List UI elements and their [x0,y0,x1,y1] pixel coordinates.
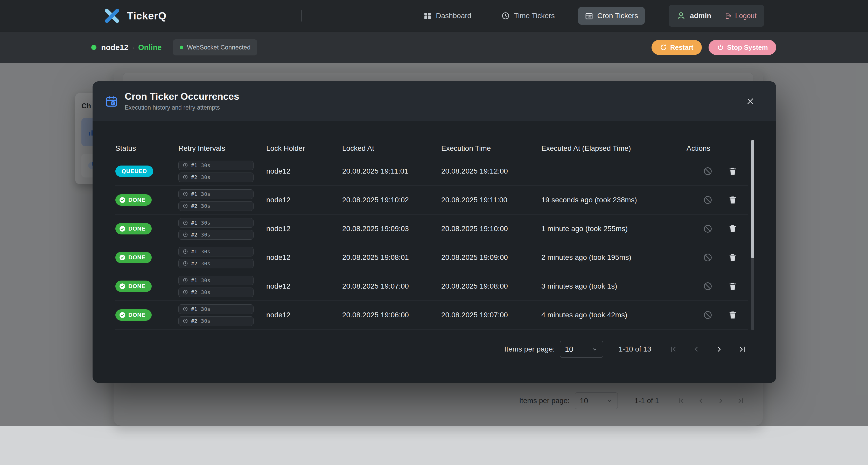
clock-icon [183,290,188,295]
execution-time-cell: 20.08.2025 19:07:00 [441,311,541,319]
status-badge: DONE [115,280,152,292]
nav-divider [301,10,302,22]
close-modal-button[interactable] [744,95,757,108]
retry-interval-chip: #130s [178,276,253,285]
last-page-icon [738,345,746,354]
cancel-occurrence-icon[interactable] [702,252,713,263]
col-status: Status [115,144,178,153]
node-online-dot [91,45,96,50]
nav-time-tickers[interactable]: Time Tickers [495,7,562,25]
table-row: DONE #130s #230s node12 20.08.2025 19:09… [115,214,748,243]
clock-icon [183,203,188,208]
col-retry: Retry Intervals [178,144,266,153]
power-icon [717,44,724,51]
delete-occurrence-icon[interactable] [727,252,738,263]
retry-interval-chip: #230s [178,288,253,297]
nav-cron-tickers[interactable]: Cron Tickers [578,7,645,25]
check-circle-icon [119,254,126,261]
table-scrollbar-track[interactable] [751,140,754,330]
dashboard-icon [423,12,432,20]
logout-button[interactable]: Logout [724,12,756,20]
cancel-occurrence-icon[interactable] [702,309,713,321]
top-nav: TickerQ Dashboard Time Tickers [0,0,868,32]
calendar-clock-icon [585,12,593,20]
delete-occurrence-icon[interactable] [727,280,738,292]
check-circle-icon [119,197,126,203]
app-title: TickerQ [127,10,166,22]
user-name: admin [690,12,711,20]
stop-system-button[interactable]: Stop System [709,40,776,55]
page-range-label: 1-10 of 13 [619,345,651,353]
retry-interval-chip: #130s [178,189,253,199]
status-badge: DONE [115,223,152,234]
table-header-row: Status Retry Intervals Lock Holder Locke… [115,140,748,157]
retry-interval-chip: #130s [178,161,253,170]
table-scrollbar-thumb[interactable] [751,140,754,258]
delete-occurrence-icon[interactable] [727,309,738,321]
executed-at-cell: 2 minutes ago (took 195ms) [541,253,686,262]
user-avatar-icon [676,11,686,21]
next-page-button[interactable] [713,343,725,355]
first-page-button[interactable] [668,343,679,355]
items-per-page-label: Items per page: [504,345,555,353]
cancel-occurrence-icon[interactable] [702,166,713,177]
restart-icon [660,44,667,51]
next-page-icon [715,345,723,354]
last-page-button[interactable] [736,343,748,355]
clock-icon [183,261,188,266]
col-lock-holder: Lock Holder [266,144,342,153]
col-execution-time: Execution Time [441,144,541,153]
table-row: DONE #130s #230s node12 20.08.2025 19:08… [115,243,748,272]
page-size-select[interactable]: 10 [560,341,603,358]
retry-interval-chip: #230s [178,259,253,268]
modal-header: Cron Ticker Occurrences Execution histor… [93,81,776,121]
delete-occurrence-icon[interactable] [727,194,738,206]
nav-cron-tickers-label: Cron Tickers [597,12,638,20]
status-badge: DONE [115,194,152,206]
delete-occurrence-icon[interactable] [727,223,738,234]
cron-occurrences-modal: Cron Ticker Occurrences Execution histor… [93,81,776,383]
retry-interval-chip: #230s [178,316,253,326]
modal-title: Cron Ticker Occurrences [125,91,239,102]
table-row: DONE #130s #230s node12 20.08.2025 19:07… [115,272,748,301]
table-row: QUEUED #130s #230s node12 20.08.2025 19:… [115,157,748,186]
cancel-occurrence-icon[interactable] [702,223,713,234]
retry-interval-chip: #130s [178,218,253,228]
check-circle-icon [119,312,126,319]
nav-items: Dashboard Time Tickers Cron Tickers [416,7,645,25]
retry-interval-chip: #130s [178,247,253,257]
status-bar: node12 · Online WebSocket Connected Rest… [0,32,868,63]
clock-icon [183,306,188,312]
lock-holder-cell: node12 [266,282,342,290]
locked-at-cell: 20.08.2025 19:07:00 [342,282,441,290]
clock-icon [183,278,188,283]
restart-button[interactable]: Restart [652,40,702,55]
stop-system-label: Stop System [727,43,768,52]
retry-interval-chip: #230s [178,230,253,240]
lock-holder-cell: node12 [266,253,342,262]
cancel-occurrence-icon[interactable] [702,280,713,292]
modal-pagination: Items per page: 10 1-10 of 13 [504,339,748,360]
locked-at-cell: 20.08.2025 19:09:03 [342,225,441,233]
modal-header-text: Cron Ticker Occurrences Execution histor… [125,91,239,111]
logout-icon [724,12,732,20]
websocket-status-badge: WebSocket Connected [173,39,257,56]
websocket-dot [180,45,183,49]
nav-dashboard[interactable]: Dashboard [416,7,478,25]
status-badge: DONE [115,252,152,263]
check-circle-icon [119,225,126,232]
first-page-icon [669,345,678,354]
user-menu[interactable]: admin Logout [669,5,764,27]
tickerq-logo-icon [104,7,120,24]
logout-label: Logout [735,12,756,20]
col-locked-at: Locked At [342,144,441,153]
status-badge: QUEUED [115,166,153,177]
chevron-down-icon [591,346,598,353]
check-circle-icon [119,283,126,290]
prev-page-button[interactable] [691,343,702,355]
clock-icon [183,175,188,180]
delete-occurrence-icon[interactable] [727,166,738,177]
lock-holder-cell: node12 [266,225,342,233]
status-badge: DONE [115,309,152,321]
cancel-occurrence-icon[interactable] [702,194,713,206]
